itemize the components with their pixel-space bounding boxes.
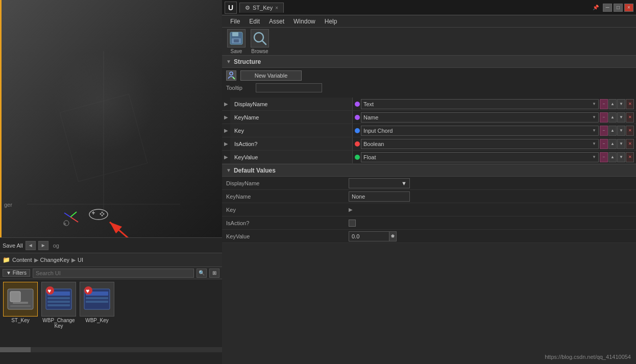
var-expand-2[interactable]: ▶ xyxy=(222,124,230,137)
asset-grid: ST_Key ♥ WBP_ChangeKey xyxy=(0,279,222,331)
var-down-3[interactable]: ▼ xyxy=(617,139,625,149)
default-input-1[interactable] xyxy=(349,191,410,202)
var-down-4[interactable]: ▼ xyxy=(617,152,625,162)
default-values-arrow[interactable]: ▼ xyxy=(226,167,231,173)
asset-wbp-changekey[interactable]: ♥ WBP_ChangeKey xyxy=(41,282,77,329)
var-expand-4[interactable]: ▶ xyxy=(222,151,230,164)
default-numeric-4[interactable] xyxy=(349,231,389,241)
var-minus-0[interactable]: − xyxy=(600,99,608,109)
default-checkbox-3[interactable] xyxy=(349,220,356,227)
svg-line-3 xyxy=(70,217,78,222)
type-label-2: Input Chord xyxy=(363,128,393,134)
save-btn[interactable]: Save xyxy=(227,29,246,54)
pin-btn[interactable]: 📌 xyxy=(591,4,600,12)
menu-file[interactable]: File xyxy=(226,17,244,26)
back-btn[interactable]: ◄ xyxy=(26,241,36,250)
menu-asset[interactable]: Asset xyxy=(265,17,288,26)
new-var-icon xyxy=(226,70,236,81)
search-input[interactable] xyxy=(33,269,194,278)
var-up-1[interactable]: ▲ xyxy=(608,112,617,123)
viewport-label: ger xyxy=(4,202,12,208)
type-label-3: Boolean xyxy=(363,141,384,147)
var-type-section-2: Input Chord ▼ − ▲ ▼ ✕ xyxy=(353,124,636,137)
tab-close-btn[interactable]: × xyxy=(275,5,278,11)
var-expand-3[interactable]: ▶ xyxy=(222,137,230,151)
asset-label-wbp-key: WBP_Key xyxy=(85,318,109,323)
variable-rows: ▶ DisplayName Text ▼ − ▲ ▼ ✕ ▶ KeyName xyxy=(222,98,636,164)
var-minus-1[interactable]: − xyxy=(600,112,608,123)
type-dropdown-1[interactable]: Name ▼ xyxy=(361,112,599,123)
svg-line-41 xyxy=(233,77,235,79)
type-dropdown-2[interactable]: Input Chord ▼ xyxy=(361,126,599,136)
type-dropdown-4[interactable]: Float ▼ xyxy=(361,152,599,162)
asset-thumb-wbp-key[interactable]: ♥ xyxy=(80,282,114,317)
tooltip-input[interactable] xyxy=(256,83,322,92)
browse-label: Browse xyxy=(251,48,268,54)
var-down-0[interactable]: ▼ xyxy=(617,99,625,109)
default-value-4: ⬟ xyxy=(349,231,632,241)
asset-st-key[interactable]: ST_Key xyxy=(3,282,38,323)
grid-view-btn[interactable]: ⊞ xyxy=(209,269,219,278)
var-name-1: KeyName xyxy=(230,111,353,124)
minimize-btn[interactable]: ─ xyxy=(603,4,612,12)
var-del-3[interactable]: ✕ xyxy=(626,139,634,149)
breadcrumb-ui[interactable]: UI xyxy=(78,257,83,263)
type-arrow-1: ▼ xyxy=(592,115,596,119)
browse-btn[interactable]: Browse xyxy=(251,29,269,54)
new-variable-button[interactable]: New Variable xyxy=(240,70,302,81)
var-del-1[interactable]: ✕ xyxy=(626,112,634,123)
asset-thumb-st-key[interactable] xyxy=(3,282,38,317)
numeric-wrap-4: ⬟ xyxy=(349,231,397,241)
breadcrumb-content[interactable]: Content xyxy=(12,257,32,263)
structure-arrow[interactable]: ▼ xyxy=(226,59,231,64)
var-del-4[interactable]: ✕ xyxy=(626,152,634,162)
svg-rect-19 xyxy=(13,302,28,304)
search-icon-btn[interactable]: 🔍 xyxy=(197,269,207,278)
axis-widget: ⊕ xyxy=(60,207,81,227)
log-bar: Save All ◄ ► og xyxy=(0,237,222,253)
forward-btn[interactable]: ► xyxy=(38,241,48,250)
var-minus-2[interactable]: − xyxy=(600,126,608,136)
menu-window[interactable]: Window xyxy=(289,17,320,26)
var-up-0[interactable]: ▲ xyxy=(608,99,617,109)
default-dropdown-0[interactable]: ▼ xyxy=(349,178,410,188)
type-label-0: Text xyxy=(363,101,374,107)
browse-icon xyxy=(251,29,269,47)
type-dropdown-3[interactable]: Boolean ▼ xyxy=(361,139,599,149)
structure-body: New Variable Tooltip xyxy=(222,68,636,98)
asset-wbp-key[interactable]: ♥ WBP_Key xyxy=(79,282,115,323)
menu-edit[interactable]: Edit xyxy=(245,17,264,26)
default-rows: DisplayName ▼ KeyName Key ▶ IsAction? Ke… xyxy=(222,177,636,243)
svg-point-12 xyxy=(103,213,105,215)
default-expand-2[interactable]: ▶ xyxy=(349,207,353,212)
var-up-4[interactable]: ▲ xyxy=(608,152,617,162)
var-minus-3[interactable]: − xyxy=(600,139,608,149)
var-up-2[interactable]: ▲ xyxy=(608,126,617,136)
var-down-1[interactable]: ▼ xyxy=(617,112,625,123)
var-expand-0[interactable]: ▶ xyxy=(222,98,230,111)
numeric-spin-4[interactable]: ⬟ xyxy=(389,231,397,241)
var-down-2[interactable]: ▼ xyxy=(617,126,625,136)
var-minus-4[interactable]: − xyxy=(600,152,608,162)
horizontal-scrollbar[interactable] xyxy=(0,347,222,352)
var-del-2[interactable]: ✕ xyxy=(626,126,634,136)
type-dot-0 xyxy=(355,102,360,107)
menu-help[interactable]: Help xyxy=(321,17,341,26)
folder-icon: 📁 xyxy=(3,256,10,263)
breadcrumb-changekey[interactable]: ChangeKey xyxy=(40,257,70,263)
default-values-section: ▼ Default Values DisplayName ▼ KeyName K… xyxy=(222,164,636,243)
tab-label: ST_Key xyxy=(253,5,273,11)
var-del-0[interactable]: ✕ xyxy=(626,99,634,109)
scrollbar-thumb[interactable] xyxy=(0,347,31,352)
type-arrow-3: ▼ xyxy=(592,141,596,146)
var-up-3[interactable]: ▲ xyxy=(608,139,617,149)
title-bar: U ⚙ ST_Key × 📌 ─ □ × xyxy=(222,0,636,15)
asset-thumb-wbp-changekey[interactable]: ♥ xyxy=(41,282,76,317)
close-btn[interactable]: × xyxy=(624,4,633,12)
filters-button[interactable]: ▼ Filters xyxy=(3,269,30,277)
var-row-displayname: ▶ DisplayName Text ▼ − ▲ ▼ ✕ xyxy=(222,98,636,111)
type-dropdown-0[interactable]: Text ▼ xyxy=(361,99,599,109)
var-expand-1[interactable]: ▶ xyxy=(222,111,230,124)
main-tab[interactable]: ⚙ ST_Key × xyxy=(239,3,284,13)
maximize-btn[interactable]: □ xyxy=(614,4,623,12)
